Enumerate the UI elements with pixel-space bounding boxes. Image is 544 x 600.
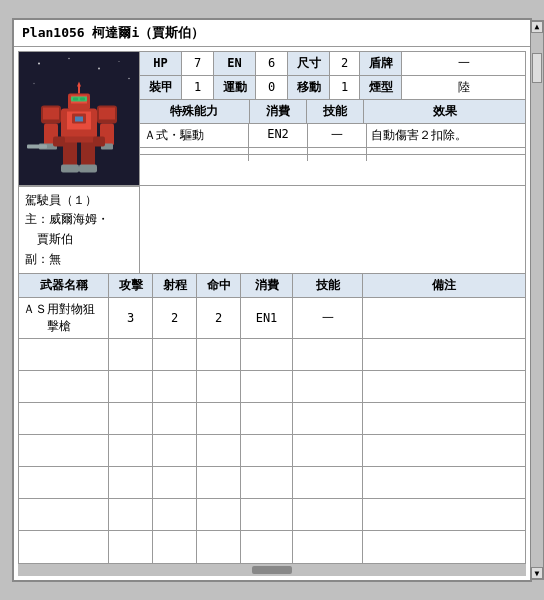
special-row-3 [140,155,525,161]
title-bar: Plan1056 柯達爾i（賈斯伯） [14,20,530,47]
weapon-skill-2 [293,371,363,402]
terrain-value: 陸 [402,76,525,99]
svg-point-6 [128,78,130,80]
stats-grid: HP 7 EN 6 尺寸 2 盾牌 一 裝甲 1 運動 0 移動 1 [139,52,525,185]
weapon-hit-4 [197,435,241,466]
svg-rect-25 [27,144,47,148]
svg-rect-32 [53,136,65,146]
special-skill-2 [308,148,367,154]
svg-rect-14 [73,97,78,100]
stats-row-2: 裝甲 1 運動 0 移動 1 煙型 陸 [140,76,525,100]
weapon-skill-1 [293,339,363,370]
special-cost-header: 消費 [250,100,307,123]
weapon-range-7 [153,531,197,563]
weapon-skill-0: 一 [293,298,363,338]
weapon-atk-5 [109,467,153,498]
window-title: Plan1056 柯達爾i（賈斯伯） [22,25,204,40]
svg-rect-30 [79,164,97,172]
weapon-range-5 [153,467,197,498]
horizontal-scrollbar[interactable] [18,564,526,576]
special-effect-1: 自動傷害２扣除。 [367,124,525,147]
size-label: 尺寸 [288,52,330,75]
move-value: 0 [256,76,288,99]
en-value: 6 [256,52,288,75]
pilot-main-name: 賈斯伯 [25,230,133,250]
svg-rect-33 [93,136,105,146]
weapon-atk-0: 3 [109,298,153,338]
weapon-atk-1 [109,339,153,370]
move-label: 運動 [214,76,256,99]
special-effect-header: 效果 [364,100,525,123]
main-window: Plan1056 柯達爾i（賈斯伯） [12,18,532,582]
wh-skill: 技能 [293,274,363,297]
svg-rect-15 [80,97,85,100]
weapon-name-2 [19,371,109,402]
svg-rect-10 [75,116,83,121]
special-ability-3 [140,155,249,161]
weapon-range-4 [153,435,197,466]
weapon-range-3 [153,403,197,434]
armor-label: 裝甲 [140,76,182,99]
wh-atk: 攻擊 [109,274,153,297]
weapon-row-4 [19,435,525,467]
mobility-label: 移動 [288,76,330,99]
size-value: 2 [330,52,360,75]
mech-image [19,52,139,185]
terrain-label: 煙型 [360,76,402,99]
weapon-hit-3 [197,403,241,434]
top-section: HP 7 EN 6 尺寸 2 盾牌 一 裝甲 1 運動 0 移動 1 [18,51,526,186]
weapon-name-4 [19,435,109,466]
stats-row-1: HP 7 EN 6 尺寸 2 盾牌 一 [140,52,525,76]
scroll-thumb[interactable] [252,566,292,574]
weapon-hit-0: 2 [197,298,241,338]
weapons-header: 武器名稱 攻擊 射程 命中 消費 技能 備注 [19,274,525,298]
weapon-note-3 [363,403,525,434]
weapon-note-6 [363,499,525,530]
pilot-right-area [139,186,525,273]
weapon-skill-6 [293,499,363,530]
pilot-section: 駕駛員（１） 主：威爾海姆・ 賈斯伯 副：無 [19,186,139,273]
scroll-down-arrow[interactable]: ▼ [531,567,543,579]
weapon-cost-7 [241,531,293,563]
weapon-hit-1 [197,339,241,370]
hp-value: 7 [182,52,214,75]
weapon-atk-4 [109,435,153,466]
svg-rect-28 [81,138,95,166]
special-cost-1: EN2 [249,124,308,147]
weapon-note-1 [363,339,525,370]
weapons-section: 武器名稱 攻擊 射程 命中 消費 技能 備注 ＡＳ用對物狙擊槍 3 2 2 EN… [18,274,526,564]
special-effect-2 [367,148,525,154]
weapon-skill-7 [293,531,363,563]
shield-label: 盾牌 [360,52,402,75]
driver-label: 駕駛員（１） [25,191,133,211]
mid-section: 駕駛員（１） 主：威爾海姆・ 賈斯伯 副：無 [18,186,526,274]
weapon-note-2 [363,371,525,402]
weapon-atk-7 [109,531,153,563]
svg-rect-21 [99,107,115,119]
shield-value: 一 [402,52,525,75]
weapon-range-6 [153,499,197,530]
weapon-note-7 [363,531,525,563]
vertical-scrollbar[interactable]: ▲ ▼ [530,20,544,580]
armor-value: 1 [182,76,214,99]
wh-cost: 消費 [241,274,293,297]
weapon-skill-4 [293,435,363,466]
svg-point-5 [33,83,34,84]
weapon-range-1 [153,339,197,370]
weapon-note-4 [363,435,525,466]
weapon-row-0: ＡＳ用對物狙擊槍 3 2 2 EN1 一 [19,298,525,339]
svg-point-3 [98,67,100,69]
svg-rect-29 [61,164,79,172]
weapon-atk-6 [109,499,153,530]
scroll-handle[interactable] [532,53,542,83]
svg-rect-31 [63,136,95,142]
svg-point-1 [38,62,40,64]
weapon-row-2 [19,371,525,403]
weapon-cost-4 [241,435,293,466]
hp-label: HP [140,52,182,75]
special-cost-2 [249,148,308,154]
special-effect-3 [367,155,525,161]
weapon-skill-5 [293,467,363,498]
weapon-skill-3 [293,403,363,434]
scroll-up-arrow[interactable]: ▲ [531,21,543,33]
